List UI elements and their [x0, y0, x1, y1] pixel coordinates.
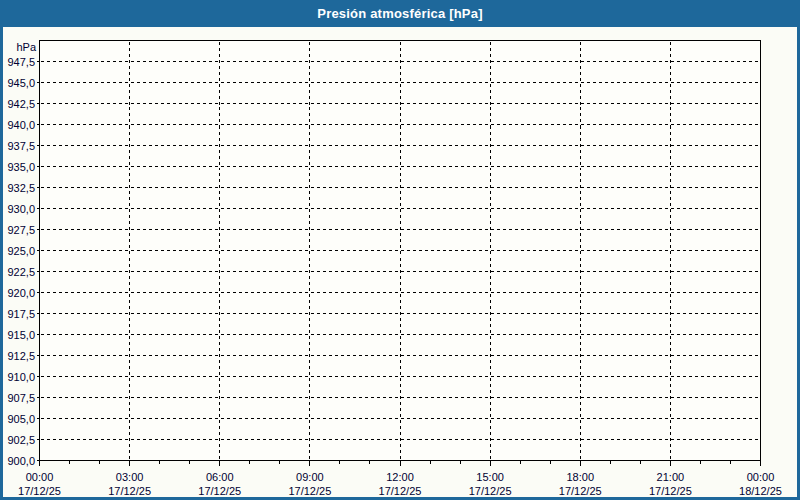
y-axis-unit-label: hPa: [0, 42, 36, 53]
x-date-label: 17/12/25: [198, 485, 241, 497]
y-tick-label: 920,0: [7, 287, 35, 299]
y-tick-label: 907,5: [7, 392, 35, 404]
y-tick-label: 925,0: [7, 245, 35, 257]
y-tick-label: 935,0: [7, 161, 35, 173]
y-tick-label: 900,0: [7, 455, 35, 467]
x-time-label: 21:00: [657, 471, 685, 483]
y-tick-label: 930,0: [7, 203, 35, 215]
x-date-label: 17/12/25: [288, 485, 331, 497]
x-date-label: 17/12/25: [379, 485, 422, 497]
y-tick-label: 910,0: [7, 371, 35, 383]
y-tick-label: 917,5: [7, 308, 35, 320]
x-time-label: 09:00: [296, 471, 324, 483]
x-time-label: 00:00: [26, 471, 54, 483]
y-tick-label: 942,5: [7, 98, 35, 110]
y-tick-label: 915,0: [7, 329, 35, 341]
title-bar: Presión atmosférica [hPa]: [0, 0, 800, 27]
chart-window: 947,5945,0942,5940,0937,5935,0932,5930,0…: [0, 0, 800, 500]
y-tick-label: 902,5: [7, 434, 35, 446]
x-time-label: 15:00: [476, 471, 504, 483]
x-date-label: 18/12/25: [739, 485, 782, 497]
pressure-chart: 947,5945,0942,5940,0937,5935,0932,5930,0…: [0, 0, 800, 500]
x-date-label: 17/12/25: [18, 485, 61, 497]
x-date-label: 17/12/25: [469, 485, 512, 497]
y-tick-label: 932,5: [7, 182, 35, 194]
y-tick-label: 940,0: [7, 119, 35, 131]
y-tick-label: 945,0: [7, 77, 35, 89]
x-date-label: 17/12/25: [649, 485, 692, 497]
y-tick-label: 947,5: [7, 56, 35, 68]
x-time-label: 18:00: [566, 471, 594, 483]
x-date-label: 17/12/25: [559, 485, 602, 497]
x-time-label: 06:00: [206, 471, 234, 483]
y-tick-label: 905,0: [7, 413, 35, 425]
x-time-label: 00:00: [747, 471, 775, 483]
x-time-label: 12:00: [386, 471, 414, 483]
y-tick-label: 912,5: [7, 350, 35, 362]
y-tick-label: 927,5: [7, 224, 35, 236]
x-time-label: 03:00: [116, 471, 144, 483]
y-tick-label: 937,5: [7, 140, 35, 152]
x-date-label: 17/12/25: [108, 485, 151, 497]
y-tick-label: 922,5: [7, 266, 35, 278]
chart-title: Presión atmosférica [hPa]: [317, 6, 482, 21]
